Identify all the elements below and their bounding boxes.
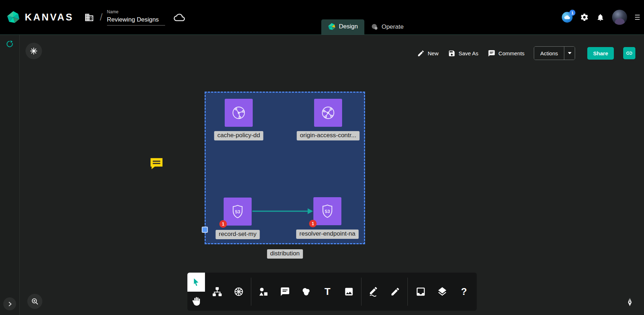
shapes-tool-button[interactable] bbox=[255, 283, 272, 301]
cloud-save-status-button[interactable] bbox=[174, 12, 185, 23]
save-as-label: Save As bbox=[459, 50, 479, 56]
kanvas-app: KANVAS / Name Design bbox=[0, 0, 644, 315]
edge-arrow[interactable] bbox=[252, 207, 313, 216]
left-sidebar bbox=[0, 35, 20, 315]
route53-icon: 53 bbox=[319, 203, 335, 219]
image-tool-button[interactable] bbox=[340, 283, 358, 301]
help-icon: ? bbox=[461, 286, 467, 297]
sidebar-expand-button[interactable] bbox=[3, 297, 16, 310]
hand-icon bbox=[192, 297, 201, 306]
tab-design[interactable]: Design bbox=[321, 19, 364, 34]
sticker-blob-icon bbox=[301, 287, 311, 297]
comment-marker[interactable] bbox=[149, 156, 164, 171]
chevron-right-icon bbox=[7, 301, 13, 307]
design-canvas[interactable]: New Save As Comments Actions Share bbox=[20, 35, 644, 315]
actions-dropdown-button[interactable] bbox=[564, 47, 575, 60]
zoom-in-icon bbox=[31, 297, 39, 305]
node-badge-resolver-endpoint[interactable]: 1 bbox=[309, 220, 317, 227]
kubernetes-tool-button[interactable] bbox=[230, 283, 248, 301]
dock-group-utility: ? bbox=[408, 273, 477, 311]
cloud-account-button[interactable]: 1 bbox=[562, 12, 573, 23]
components-drawer-button[interactable] bbox=[412, 283, 430, 301]
top-bar: KANVAS / Name Design bbox=[0, 0, 644, 35]
tab-operate[interactable]: Operate bbox=[364, 20, 410, 34]
svg-text:53: 53 bbox=[235, 209, 240, 214]
canvas-toolbar: New Save As Comments Actions Share bbox=[417, 46, 636, 60]
pencil-icon bbox=[417, 50, 425, 57]
node-resolver-endpoint-box[interactable]: 53 bbox=[313, 197, 341, 225]
layers-icon bbox=[437, 286, 448, 297]
organization-button[interactable] bbox=[84, 13, 94, 22]
copy-link-button[interactable] bbox=[623, 47, 635, 59]
kubernetes-wheel-icon bbox=[233, 286, 244, 297]
node-label-origin-access[interactable]: origin-access-contr... bbox=[297, 131, 360, 140]
pen-mode-button[interactable] bbox=[625, 297, 635, 308]
comment-tool-button[interactable] bbox=[276, 283, 294, 301]
overflow-menu-icon[interactable] bbox=[635, 15, 640, 20]
shapes-icon bbox=[258, 287, 269, 297]
sidebar-sync-button[interactable] bbox=[6, 40, 14, 49]
text-tool-icon: T bbox=[325, 286, 331, 297]
pen-nib-icon bbox=[625, 297, 635, 307]
node-badge-record-set[interactable]: 1 bbox=[219, 220, 227, 228]
node-record-set: 53 1 record-set-my bbox=[224, 198, 252, 226]
layers-tool-button[interactable] bbox=[433, 283, 451, 301]
freehand-draw-tool-button[interactable] bbox=[365, 283, 383, 301]
draw-pencil-icon bbox=[369, 287, 379, 297]
origin-access-icon bbox=[320, 105, 336, 121]
design-name-label: Name bbox=[107, 9, 165, 14]
starburst-icon bbox=[30, 47, 38, 55]
node-label-record-set[interactable]: record-set-my bbox=[216, 230, 260, 239]
route53-icon: 53 bbox=[230, 204, 246, 219]
svg-text:53: 53 bbox=[325, 209, 330, 214]
save-as-button[interactable]: Save As bbox=[448, 50, 479, 57]
design-tab-icon bbox=[328, 23, 336, 31]
notifications-bell-button[interactable] bbox=[596, 13, 605, 22]
node-origin-access: origin-access-contr... bbox=[314, 99, 342, 127]
annotate-tool-button[interactable] bbox=[386, 283, 404, 301]
node-origin-access-box[interactable] bbox=[314, 99, 342, 127]
cursor-icon bbox=[192, 278, 201, 287]
node-cache-policy-box[interactable] bbox=[225, 99, 253, 127]
share-button[interactable]: Share bbox=[587, 47, 614, 60]
node-resolver-endpoint: 53 1 resolver-endpoint-na bbox=[313, 197, 341, 225]
design-name-input[interactable] bbox=[107, 15, 165, 26]
cache-policy-icon bbox=[230, 105, 247, 121]
dock-left-column bbox=[187, 273, 205, 311]
text-tool-button[interactable]: T bbox=[318, 283, 336, 301]
design-name-field: Name bbox=[107, 9, 165, 26]
sticker-tool-button[interactable] bbox=[297, 283, 315, 301]
tool-dock: T bbox=[187, 273, 477, 311]
select-tool-button[interactable] bbox=[187, 273, 205, 292]
actions-button[interactable]: Actions bbox=[534, 47, 564, 60]
building-icon bbox=[84, 13, 94, 22]
zoom-in-button[interactable] bbox=[27, 294, 42, 309]
node-label-cache-policy[interactable]: cache-policy-dd bbox=[214, 131, 263, 140]
header-actions: 1 bbox=[562, 10, 640, 25]
pan-tool-button[interactable] bbox=[187, 292, 205, 311]
selection-handle[interactable] bbox=[202, 227, 208, 233]
comments-button[interactable]: Comments bbox=[488, 50, 525, 57]
flowchart-tool-button[interactable] bbox=[208, 283, 226, 301]
node-record-set-box[interactable]: 53 bbox=[224, 198, 252, 226]
canvas-widgets-button[interactable] bbox=[25, 43, 42, 59]
group-label-distribution[interactable]: distribution bbox=[267, 249, 303, 259]
caret-down-icon bbox=[568, 52, 571, 54]
annotate-pencil-icon bbox=[390, 287, 400, 297]
dock-group-infra bbox=[205, 273, 251, 311]
help-tool-button[interactable]: ? bbox=[455, 283, 473, 301]
drawer-icon bbox=[415, 286, 426, 297]
user-avatar[interactable] bbox=[612, 10, 627, 25]
new-design-button[interactable]: New bbox=[417, 50, 439, 57]
node-label-resolver-endpoint[interactable]: resolver-endpoint-na bbox=[296, 230, 359, 239]
operate-tab-label: Operate bbox=[382, 23, 403, 31]
comment-tool-icon bbox=[280, 287, 290, 297]
selected-group-distribution[interactable]: cache-policy-dd origin-access-contr... bbox=[205, 92, 365, 244]
cloud-icon bbox=[174, 12, 185, 23]
comments-label: Comments bbox=[499, 50, 525, 56]
kanvas-logo[interactable]: KANVAS bbox=[6, 10, 74, 24]
dock-group-annotations: T bbox=[251, 273, 361, 311]
kanvas-logo-text: KANVAS bbox=[25, 12, 74, 23]
settings-button[interactable] bbox=[580, 13, 589, 22]
design-tab-label: Design bbox=[339, 23, 358, 30]
